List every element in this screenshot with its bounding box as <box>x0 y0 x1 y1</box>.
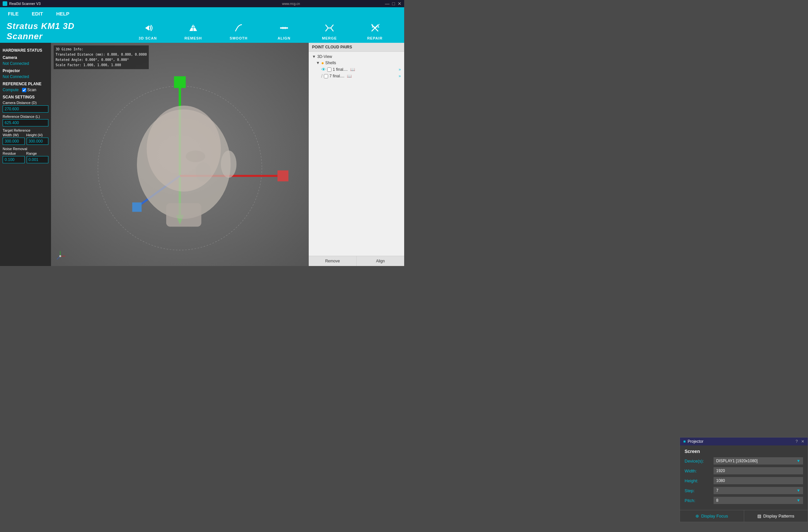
noise-removal-inputs: 0.100 0.001 <box>3 156 49 165</box>
target-width-input[interactable]: 300.000 <box>3 137 25 145</box>
projector-status: Not Connected <box>3 74 49 79</box>
svg-point-22 <box>147 106 221 191</box>
minimize-button[interactable]: — <box>385 1 390 6</box>
window-controls: — □ ✕ <box>385 1 402 6</box>
toolbar-merge[interactable]: MERGE <box>316 23 343 40</box>
camera-distance-input[interactable]: 270.600 <box>3 105 49 113</box>
item2-checkbox[interactable] <box>324 74 328 78</box>
menu-edit[interactable]: EDIT <box>29 10 46 18</box>
slash-icon-2: / <box>321 73 323 79</box>
svg-point-25 <box>196 162 211 182</box>
menu-help[interactable]: HELP <box>54 10 72 18</box>
3d-viewport-svg <box>51 43 309 266</box>
align-icon <box>279 23 289 35</box>
tree-item-1: 👁 1 final.... 📖 » <box>311 66 402 73</box>
height-h-label: Height (H) <box>26 133 49 137</box>
toolbar-remesh-label: REMESH <box>184 36 202 40</box>
scan-settings-title: SCAN SETTINGS <box>3 95 49 99</box>
svg-rect-6 <box>286 27 288 29</box>
target-reference-label: Target Reference <box>3 128 49 132</box>
tree-view: ▼ 3D-View ▼ ● Shells 👁 1 final.... 📖 » / <box>309 52 404 256</box>
book-icon-2: 📖 <box>347 74 352 78</box>
svg-rect-4 <box>280 27 283 29</box>
remove-button[interactable]: Remove <box>309 256 357 266</box>
scan-checkbox[interactable] <box>22 88 26 92</box>
reference-plane-title: REFERENCE PLANE <box>3 81 49 86</box>
shells-sphere-icon: ● <box>321 60 324 66</box>
eye-icon-1[interactable]: 👁 <box>321 67 326 72</box>
svg-point-23 <box>221 150 236 178</box>
viewport[interactable]: 3D Gizmo Info: Translated Distance (mm):… <box>51 43 309 266</box>
more-icon-1[interactable]: » <box>399 67 401 72</box>
toolbar-smooth-label: SMOOTH <box>230 36 247 40</box>
toolbar-remesh[interactable]: REMESH <box>180 23 206 40</box>
residue-label: Residue <box>3 151 25 155</box>
close-button[interactable]: ✕ <box>398 1 402 6</box>
more-icon-2[interactable]: » <box>399 74 401 78</box>
app-icon <box>3 1 7 6</box>
toolbar-repair[interactable]: REPAIR <box>362 23 388 40</box>
align-button[interactable]: Align <box>357 256 404 266</box>
range-input[interactable]: 0.001 <box>27 156 49 163</box>
toolbar-3dscan[interactable]: 3D SCAN <box>135 23 161 40</box>
svg-marker-7 <box>283 27 286 29</box>
maximize-button[interactable]: □ <box>392 1 395 6</box>
toolbar-align[interactable]: ALIGN <box>271 23 297 40</box>
svg-point-29 <box>59 255 61 257</box>
range-label: Range <box>26 151 49 155</box>
projector-label: Projector <box>3 69 49 73</box>
left-panel: HARDWARE STATUS Camera Not Connected Pro… <box>0 43 51 266</box>
expand-icon[interactable]: ▼ <box>312 54 316 59</box>
toolbar-repair-label: REPAIR <box>367 36 383 40</box>
remesh-icon <box>188 23 199 35</box>
titlebar: Real3d Scanner V3 www.rrcg.cn — □ ✕ <box>0 0 404 7</box>
tree-3dview-label: 3D-View <box>317 54 332 59</box>
shells-label: Shells <box>325 60 336 65</box>
book-icon-1: 📖 <box>350 67 355 72</box>
svg-rect-19 <box>132 202 142 212</box>
item1-checkbox[interactable] <box>327 68 331 72</box>
item2-label: 7 final.... <box>329 74 344 78</box>
toolbar-smooth[interactable]: SMOOTH <box>225 23 252 40</box>
reference-distance-input[interactable]: 625.400 <box>3 119 49 126</box>
camera-label: Camera <box>3 55 49 60</box>
menubar: FILE EDIT HELP <box>0 7 404 20</box>
main-layout: HARDWARE STATUS Camera Not Connected Pro… <box>0 43 404 266</box>
menu-file[interactable]: FILE <box>5 10 21 18</box>
reference-plane-row: Compute Scan <box>3 88 49 92</box>
width-w-label: Width (W) <box>3 133 25 137</box>
toolbar-align-label: ALIGN <box>277 36 290 40</box>
svg-rect-21 <box>166 203 201 226</box>
viewport-navigator <box>54 250 67 263</box>
shells-expand-icon[interactable]: ▼ <box>316 60 320 65</box>
tree-3dview: ▼ 3D-View <box>311 54 402 60</box>
target-reference-inputs: 300.000 300.000 <box>3 137 49 147</box>
smooth-icon <box>233 23 244 35</box>
compute-button[interactable]: Compute <box>3 88 19 92</box>
right-panel: POINT CLOUD PAIRS ▼ 3D-View ▼ ● Shells 👁… <box>309 43 404 266</box>
toolbar-3dscan-label: 3D SCAN <box>139 36 157 40</box>
scan-label: Scan <box>27 88 36 92</box>
merge-icon <box>324 23 335 35</box>
app-title: Stratus KM1 3D Scanner <box>6 21 105 41</box>
svg-point-24 <box>186 150 205 162</box>
tree-item-2: / 7 final.... 📖 » <box>311 73 402 79</box>
point-cloud-header: POINT CLOUD PAIRS <box>309 43 404 52</box>
3dscan-icon <box>143 23 153 35</box>
reference-distance-label: Reference Distance (L) <box>3 114 49 118</box>
repair-icon <box>370 23 380 35</box>
residue-input[interactable]: 0.100 <box>3 156 25 163</box>
titlebar-title: Real3d Scanner V3 <box>9 2 197 5</box>
camera-status: Not Connected <box>3 61 49 66</box>
titlebar-url: www.rrcg.cn <box>197 2 385 5</box>
item1-label: 1 final.... <box>333 67 348 72</box>
toolbar: 3D SCAN REMESH SMOOTH <box>105 23 398 40</box>
camera-distance-label: Camera Distance (D) <box>3 101 49 105</box>
hardware-status-title: HARDWARE STATUS <box>3 48 49 53</box>
svg-rect-13 <box>174 76 186 88</box>
target-height-input[interactable]: 300.000 <box>27 137 49 145</box>
panel-bottom-buttons: Remove Align <box>309 256 404 266</box>
scan-checkbox-row: Scan <box>22 88 36 92</box>
app-header: Stratus KM1 3D Scanner 3D SCAN <box>0 20 404 43</box>
noise-removal-label: Noise Removal <box>3 147 49 151</box>
